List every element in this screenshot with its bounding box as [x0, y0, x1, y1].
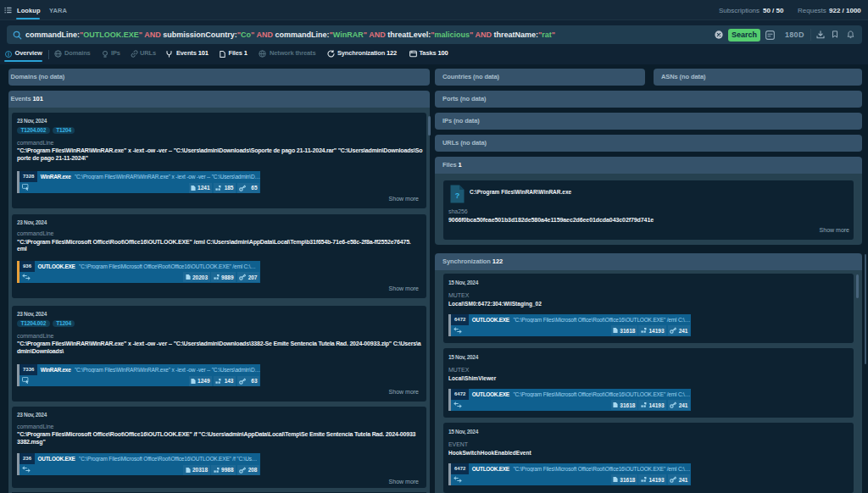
svg-text:?: ?: [455, 191, 460, 200]
